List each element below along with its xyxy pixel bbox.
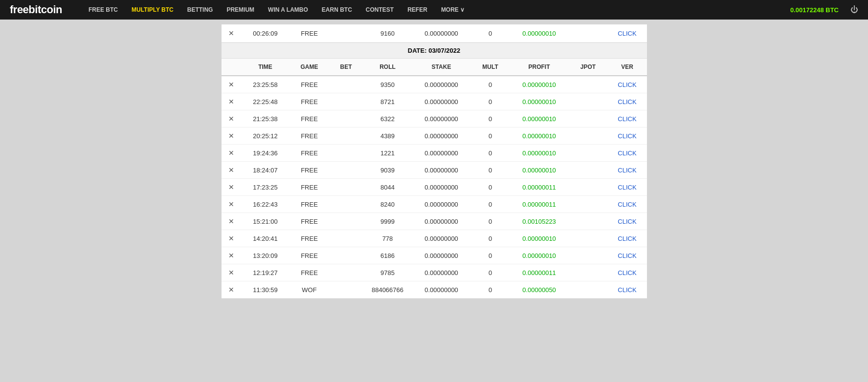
row-ver-link[interactable]: CLICK: [608, 196, 647, 212]
row-time: 21:25:38: [241, 111, 290, 127]
row-jpot: [569, 251, 608, 260]
row-mult: 0: [471, 213, 510, 230]
row-stake: 0.00000000: [412, 265, 471, 281]
row-jpot: [569, 114, 608, 123]
row-ver-link[interactable]: CLICK: [608, 128, 647, 144]
row-roll: 9350: [363, 77, 412, 93]
balance-display: 0.00172248 BTC: [783, 0, 846, 20]
nav-premium[interactable]: PREMIUM: [220, 0, 261, 20]
row-ver-link[interactable]: CLICK: [608, 111, 647, 127]
rows-container: ✕ 23:25:58 FREE 9350 0.00000000 0 0.0000…: [222, 76, 647, 298]
row-game: FREE: [290, 248, 329, 264]
row-stake: 0.00000000: [412, 231, 471, 247]
row-profit: 0.00000011: [510, 265, 569, 281]
table-row: ✕ 22:25:48 FREE 8721 0.00000000 0 0.0000…: [222, 93, 647, 110]
col-bet: BET: [329, 59, 363, 75]
row-profit: 0.00000011: [510, 179, 569, 195]
col-profit: PROFIT: [510, 59, 569, 75]
row-bet: [329, 183, 363, 191]
row-profit: 0.00000010: [510, 231, 569, 247]
row-ver-link[interactable]: CLICK: [608, 162, 647, 178]
row-time: 14:20:41: [241, 231, 290, 247]
row-roll: 9999: [363, 213, 412, 230]
nav-betting[interactable]: BETTING: [180, 0, 220, 20]
row-stake: 0.00000000: [412, 213, 471, 230]
table-row: ✕ 21:25:38 FREE 6322 0.00000000 0 0.0000…: [222, 110, 647, 127]
row-roll: 9160: [363, 25, 412, 42]
nav-free-btc[interactable]: FREE BTC: [82, 0, 125, 20]
row-roll: 4389: [363, 128, 412, 144]
table-row: ✕ 12:19:27 FREE 9785 0.00000000 0 0.0000…: [222, 264, 647, 281]
col-ver: VER: [608, 59, 647, 75]
row-icon: ✕: [222, 24, 241, 42]
page-content: ✕ 00:26:09 FREE 9160 0.00000000 0 0.0000…: [0, 20, 868, 382]
row-roll: 884066766: [363, 282, 412, 298]
row-time: 12:19:27: [241, 265, 290, 281]
navbar: freebitcoin FREE BTC MULTIPLY BTC BETTIN…: [0, 0, 868, 20]
row-mult: 0: [471, 196, 510, 212]
row-mult: 0: [471, 282, 510, 298]
row-jpot: [569, 200, 608, 209]
row-jpot: [569, 131, 608, 140]
row-icon: ✕: [222, 145, 241, 161]
row-mult: 0: [471, 179, 510, 195]
row-bet: [329, 80, 363, 89]
row-ver-link[interactable]: CLICK: [608, 25, 647, 42]
row-mult: 0: [471, 162, 510, 178]
date-header: DATE: 03/07/2022: [222, 42, 647, 59]
row-ver-link[interactable]: CLICK: [608, 179, 647, 195]
row-time: 00:26:09: [241, 25, 290, 42]
table-row: ✕ 15:21:00 FREE 9999 0.00000000 0 0.0010…: [222, 213, 647, 230]
row-stake: 0.00000000: [412, 162, 471, 178]
row-stake: 0.00000000: [412, 145, 471, 161]
row-game: FREE: [290, 162, 329, 178]
table-row: ✕ 19:24:36 FREE 1221 0.00000000 0 0.0000…: [222, 145, 647, 162]
row-ver-link[interactable]: CLICK: [608, 248, 647, 264]
row-jpot: [569, 166, 608, 174]
row-jpot: [569, 217, 608, 226]
nav-earn-btc[interactable]: EARN BTC: [315, 0, 359, 20]
logo-free: free: [10, 3, 28, 16]
row-profit: 0.00000010: [510, 111, 569, 127]
row-ver-link[interactable]: CLICK: [608, 94, 647, 110]
row-ver-link[interactable]: CLICK: [608, 213, 647, 230]
nav-multiply-btc[interactable]: MULTIPLY BTC: [125, 0, 180, 20]
power-icon[interactable]: ⏻: [850, 5, 858, 14]
row-stake: 0.00000000: [412, 179, 471, 195]
table-row: ✕ 17:23:25 FREE 8044 0.00000000 0 0.0000…: [222, 179, 647, 196]
row-ver-link[interactable]: CLICK: [608, 282, 647, 298]
nav-more[interactable]: MORE ∨: [434, 0, 471, 20]
row-bet: [329, 200, 363, 209]
row-ver-link[interactable]: CLICK: [608, 77, 647, 93]
row-jpot: [569, 28, 608, 38]
nav-contest[interactable]: CONTEST: [359, 0, 401, 20]
row-game: FREE: [290, 25, 329, 42]
column-headers: TIME GAME BET ROLL STAKE MULT PROFIT JPO…: [222, 59, 647, 76]
row-bet: [329, 166, 363, 174]
row-profit: 0.00000010: [510, 94, 569, 110]
row-ver-link[interactable]: CLICK: [608, 231, 647, 247]
row-roll: 778: [363, 231, 412, 247]
row-icon: ✕: [222, 93, 241, 110]
row-profit: 0.00000010: [510, 25, 569, 42]
row-bet: [329, 131, 363, 140]
nav-refer[interactable]: REFER: [401, 0, 434, 20]
site-logo[interactable]: freebitcoin: [10, 3, 62, 16]
row-icon: ✕: [222, 179, 241, 195]
row-ver-link[interactable]: CLICK: [608, 145, 647, 161]
row-roll: 9039: [363, 162, 412, 178]
col-jpot: JPOT: [569, 59, 608, 75]
row-icon: ✕: [222, 281, 241, 298]
row-bet: [329, 114, 363, 123]
nav-win-lambo[interactable]: WIN A LAMBO: [261, 0, 315, 20]
row-icon: ✕: [222, 110, 241, 127]
row-profit: 0.00000050: [510, 282, 569, 298]
row-ver-link[interactable]: CLICK: [608, 265, 647, 281]
row-icon: ✕: [222, 76, 241, 93]
col-mult: MULT: [471, 59, 510, 75]
row-game: FREE: [290, 145, 329, 161]
row-bet: [329, 217, 363, 226]
row-stake: 0.00000000: [412, 196, 471, 212]
row-bet: [329, 251, 363, 260]
row-time: 23:25:58: [241, 77, 290, 93]
